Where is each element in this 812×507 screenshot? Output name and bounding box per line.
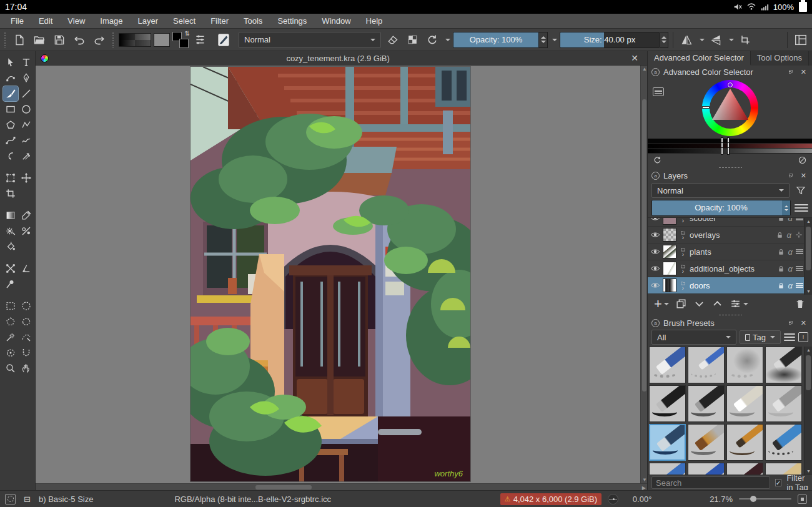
brush-preset-basic-selected[interactable]	[649, 424, 686, 461]
layers-menu-icon[interactable]	[795, 204, 808, 212]
move-tool[interactable]	[19, 170, 34, 185]
calligraphy-tool[interactable]	[19, 71, 34, 86]
save-button[interactable]	[51, 31, 68, 49]
shade-selector[interactable]	[648, 139, 812, 154]
brush-preset-eraser-soft[interactable]	[726, 347, 763, 383]
passthrough-icon[interactable]	[795, 230, 803, 239]
brush-preset-gray-marker[interactable]	[765, 385, 802, 422]
brush-outline-toggle-icon[interactable]	[5, 494, 16, 505]
tab-advanced-color-selector[interactable]: Advanced Color Selector	[648, 51, 751, 66]
color-sampler-tool[interactable]	[19, 208, 34, 223]
lock-icon[interactable]	[777, 248, 785, 256]
multibrush-tool[interactable]	[19, 149, 34, 164]
magnetic-select-tool[interactable]	[19, 345, 34, 360]
visibility-eye-icon[interactable]	[650, 263, 660, 273]
canvas-area[interactable]: 41.	[36, 66, 647, 490]
reload-preset-button[interactable]	[423, 31, 441, 49]
menu-filter[interactable]: Filter	[204, 14, 235, 27]
contiguous-select-tool[interactable]	[3, 345, 18, 360]
foreground-background-colors[interactable]: ⇅	[172, 32, 189, 48]
color-selector-settings-icon[interactable]	[653, 87, 664, 96]
elliptical-select-tool[interactable]	[19, 298, 34, 313]
transform-tool[interactable]	[3, 170, 18, 185]
lock-icon[interactable]	[777, 282, 785, 290]
lock-icon[interactable]	[777, 217, 785, 222]
hue-ring[interactable]	[702, 80, 758, 136]
layer-opacity-slider[interactable]: Opacity: 100%	[651, 200, 791, 216]
visibility-eye-icon[interactable]	[650, 280, 660, 290]
brush-preset-dip-pen[interactable]	[726, 424, 763, 461]
layer-blending-mode-dropdown[interactable]: Normal	[651, 183, 790, 198]
trim-to-image-button[interactable]	[736, 31, 754, 49]
pattern-chooser[interactable]	[154, 33, 170, 47]
polygonal-select-tool[interactable]	[3, 314, 18, 329]
update-color-history-icon[interactable]	[653, 155, 662, 165]
docker-lock-icon[interactable]: a	[651, 319, 660, 327]
canvas-rotation-knob[interactable]	[608, 494, 618, 505]
move-layer-up-button[interactable]	[711, 298, 723, 310]
edit-brush-settings-button[interactable]	[211, 31, 236, 49]
chevron-down-icon[interactable]	[729, 39, 734, 41]
layer-properties-icon[interactable]	[796, 217, 803, 220]
inherit-alpha-icon[interactable]: α	[788, 247, 793, 257]
move-layer-down-button[interactable]	[693, 298, 705, 310]
inherit-alpha-icon[interactable]: α	[788, 217, 793, 223]
brush-preset-eraser-small[interactable]	[688, 347, 725, 383]
expand-chevron-icon[interactable]: ›	[682, 269, 684, 274]
inherit-alpha-icon[interactable]: α	[787, 230, 791, 240]
tab-tool-options[interactable]: Tool Options	[751, 51, 809, 66]
document-tab-title[interactable]: cozy_tenement.kra (2.9 GiB)	[49, 54, 627, 63]
docker-lock-icon[interactable]: a	[651, 172, 660, 180]
brush-preset-paintbrush[interactable]	[688, 424, 725, 461]
menu-window[interactable]: Window	[315, 14, 357, 27]
visibility-eye-icon[interactable]	[650, 230, 660, 240]
layer-row-additional-objects[interactable]: › additional_objects α	[648, 260, 812, 277]
freehand-select-tool[interactable]	[19, 314, 34, 329]
redo-button[interactable]	[91, 31, 108, 49]
expand-chevron-icon[interactable]: ›	[682, 235, 684, 240]
brush-preset-eraser-large[interactable]	[649, 347, 686, 383]
reference-images-tool[interactable]	[3, 277, 18, 292]
menu-settings[interactable]: Settings	[270, 14, 314, 27]
bezier-curve-tool[interactable]	[3, 133, 18, 148]
assistants-tool[interactable]	[3, 261, 18, 276]
crop-tool[interactable]	[3, 186, 18, 201]
lock-icon[interactable]	[777, 265, 785, 273]
text-tool[interactable]	[19, 55, 34, 70]
menu-layer[interactable]: Layer	[131, 14, 165, 27]
float-docker-icon[interactable]	[786, 171, 795, 180]
toolbar-drag-handle[interactable]	[112, 32, 115, 48]
select-shapes-tool[interactable]	[3, 55, 18, 70]
dynamic-brush-tool[interactable]	[3, 149, 18, 164]
zoom-tool[interactable]	[3, 361, 18, 376]
inherit-alpha-icon[interactable]: α	[788, 264, 793, 273]
menu-view[interactable]: View	[61, 14, 92, 27]
new-document-button[interactable]	[11, 31, 28, 49]
polyline-tool[interactable]	[19, 117, 34, 132]
opacity-slider[interactable]: Opacity: 100%	[453, 32, 539, 48]
chevron-down-icon[interactable]	[445, 39, 450, 41]
canvas-vertical-scrollbar[interactable]: ▲▼	[640, 66, 647, 483]
selection-display-icon[interactable]: ⊟	[22, 494, 32, 505]
close-docker-icon[interactable]: ✕	[799, 172, 808, 180]
tag-button[interactable]: Tag	[740, 330, 781, 344]
polygon-tool[interactable]	[3, 117, 18, 132]
ellipse-tool[interactable]	[19, 102, 34, 117]
image-size-warning[interactable]: ⚠ 4,042 x 6,000 (2.9 GiB)	[500, 493, 602, 505]
rectangle-tool[interactable]	[3, 102, 18, 117]
layer-row-doors[interactable]: › doors α	[648, 277, 812, 294]
layer-properties-icon[interactable]	[796, 266, 803, 271]
expand-chevron-icon[interactable]: ›	[682, 286, 684, 291]
advanced-color-selector[interactable]	[648, 79, 812, 154]
filter-in-tag-checkbox[interactable]: ✓	[775, 479, 781, 486]
blending-mode-dropdown[interactable]: Normal	[239, 32, 381, 48]
brush-preset-airbrush[interactable]	[765, 347, 802, 383]
opacity-spinner[interactable]	[539, 32, 548, 48]
preserve-alpha-button[interactable]	[404, 31, 421, 49]
float-docker-icon[interactable]	[786, 67, 795, 76]
menu-edit[interactable]: Edit	[32, 14, 59, 27]
zoom-slider[interactable]	[739, 498, 791, 500]
visibility-eye-icon[interactable]	[650, 217, 660, 223]
gradient-tool[interactable]	[3, 208, 18, 223]
delete-layer-button[interactable]	[795, 298, 806, 310]
